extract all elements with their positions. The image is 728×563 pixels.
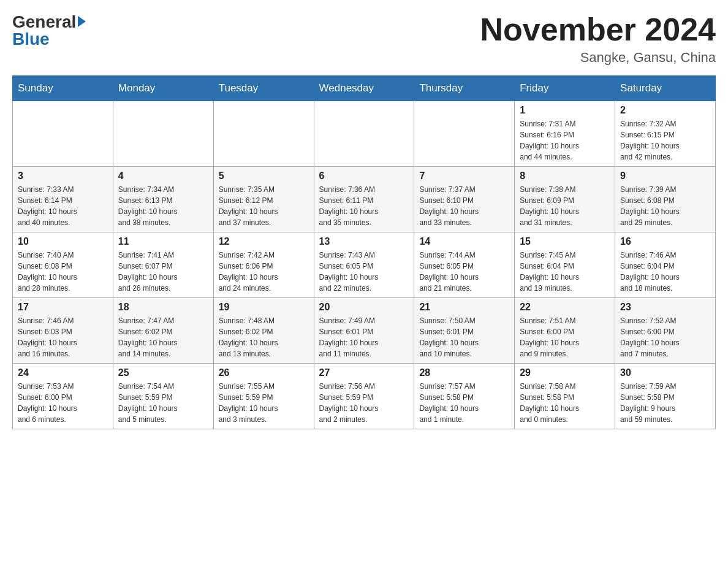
day-info: Sunrise: 7:54 AM Sunset: 5:59 PM Dayligh… [118,381,208,425]
day-info: Sunrise: 7:46 AM Sunset: 6:03 PM Dayligh… [18,315,108,359]
day-number: 30 [620,367,710,378]
calendar-cell: 11Sunrise: 7:41 AM Sunset: 6:07 PM Dayli… [113,232,213,298]
calendar-cell: 10Sunrise: 7:40 AM Sunset: 6:08 PM Dayli… [13,232,113,298]
day-number: 22 [520,302,610,313]
calendar-cell: 20Sunrise: 7:49 AM Sunset: 6:01 PM Dayli… [314,298,414,364]
day-number: 3 [18,170,108,182]
day-info: Sunrise: 7:38 AM Sunset: 6:09 PM Dayligh… [520,184,610,228]
day-number: 4 [118,170,208,182]
day-info: Sunrise: 7:51 AM Sunset: 6:00 PM Dayligh… [520,315,610,359]
day-info: Sunrise: 7:45 AM Sunset: 6:04 PM Dayligh… [520,250,610,294]
weekday-header-sunday: Sunday [13,76,113,101]
day-info: Sunrise: 7:57 AM Sunset: 5:58 PM Dayligh… [419,381,509,425]
week-row-4: 17Sunrise: 7:46 AM Sunset: 6:03 PM Dayli… [13,298,716,364]
day-info: Sunrise: 7:37 AM Sunset: 6:10 PM Dayligh… [419,184,509,228]
calendar-cell: 13Sunrise: 7:43 AM Sunset: 6:05 PM Dayli… [314,232,414,298]
day-info: Sunrise: 7:48 AM Sunset: 6:02 PM Dayligh… [219,315,309,359]
day-info: Sunrise: 7:33 AM Sunset: 6:14 PM Dayligh… [18,184,108,228]
calendar-cell: 8Sunrise: 7:38 AM Sunset: 6:09 PM Daylig… [515,167,615,232]
calendar-cell: 29Sunrise: 7:58 AM Sunset: 5:58 PM Dayli… [515,364,615,429]
day-number: 24 [18,367,108,378]
day-number: 2 [620,105,710,116]
day-info: Sunrise: 7:56 AM Sunset: 5:59 PM Dayligh… [319,381,409,425]
day-info: Sunrise: 7:53 AM Sunset: 6:00 PM Dayligh… [18,381,108,425]
calendar-cell: 9Sunrise: 7:39 AM Sunset: 6:08 PM Daylig… [615,167,716,232]
calendar-cell: 15Sunrise: 7:45 AM Sunset: 6:04 PM Dayli… [515,232,615,298]
calendar-cell: 6Sunrise: 7:36 AM Sunset: 6:11 PM Daylig… [314,167,414,232]
day-number: 1 [520,105,610,116]
day-info: Sunrise: 7:47 AM Sunset: 6:02 PM Dayligh… [118,315,208,359]
day-info: Sunrise: 7:40 AM Sunset: 6:08 PM Dayligh… [18,250,108,294]
day-number: 25 [118,367,208,378]
logo-arrow-icon [78,16,86,27]
calendar-cell: 12Sunrise: 7:42 AM Sunset: 6:06 PM Dayli… [213,232,314,298]
day-info: Sunrise: 7:35 AM Sunset: 6:12 PM Dayligh… [219,184,309,228]
day-info: Sunrise: 7:31 AM Sunset: 6:16 PM Dayligh… [520,118,610,163]
calendar-cell: 3Sunrise: 7:33 AM Sunset: 6:14 PM Daylig… [13,167,113,232]
day-number: 16 [620,236,710,247]
calendar-cell [13,101,113,167]
day-number: 6 [319,170,409,182]
calendar-cell [414,101,515,167]
calendar-cell [113,101,213,167]
calendar-cell: 4Sunrise: 7:34 AM Sunset: 6:13 PM Daylig… [113,167,213,232]
day-info: Sunrise: 7:34 AM Sunset: 6:13 PM Dayligh… [118,184,208,228]
day-info: Sunrise: 7:59 AM Sunset: 5:58 PM Dayligh… [620,381,710,425]
location-title: Sangke, Gansu, China [480,50,716,66]
day-number: 18 [118,302,208,313]
day-number: 9 [620,170,710,182]
calendar-cell: 16Sunrise: 7:46 AM Sunset: 6:04 PM Dayli… [615,232,716,298]
day-info: Sunrise: 7:55 AM Sunset: 5:59 PM Dayligh… [219,381,309,425]
calendar-table: SundayMondayTuesdayWednesdayThursdayFrid… [12,75,716,429]
day-info: Sunrise: 7:58 AM Sunset: 5:58 PM Dayligh… [520,381,610,425]
day-number: 23 [620,302,710,313]
day-info: Sunrise: 7:41 AM Sunset: 6:07 PM Dayligh… [118,250,208,294]
calendar-cell [314,101,414,167]
weekday-header-saturday: Saturday [615,76,716,101]
calendar-cell: 19Sunrise: 7:48 AM Sunset: 6:02 PM Dayli… [213,298,314,364]
day-info: Sunrise: 7:36 AM Sunset: 6:11 PM Dayligh… [319,184,409,228]
day-number: 19 [219,302,309,313]
day-info: Sunrise: 7:49 AM Sunset: 6:01 PM Dayligh… [319,315,409,359]
day-number: 11 [118,236,208,247]
weekday-header-thursday: Thursday [414,76,515,101]
week-row-1: 1Sunrise: 7:31 AM Sunset: 6:16 PM Daylig… [13,101,716,167]
calendar-cell: 14Sunrise: 7:44 AM Sunset: 6:05 PM Dayli… [414,232,515,298]
day-info: Sunrise: 7:43 AM Sunset: 6:05 PM Dayligh… [319,250,409,294]
weekday-header-friday: Friday [515,76,615,101]
day-number: 15 [520,236,610,247]
calendar-cell: 27Sunrise: 7:56 AM Sunset: 5:59 PM Dayli… [314,364,414,429]
weekday-header-monday: Monday [113,76,213,101]
day-info: Sunrise: 7:42 AM Sunset: 6:06 PM Dayligh… [219,250,309,294]
calendar-cell: 22Sunrise: 7:51 AM Sunset: 6:00 PM Dayli… [515,298,615,364]
week-row-5: 24Sunrise: 7:53 AM Sunset: 6:00 PM Dayli… [13,364,716,429]
calendar-cell: 23Sunrise: 7:52 AM Sunset: 6:00 PM Dayli… [615,298,716,364]
day-number: 10 [18,236,108,247]
calendar-cell: 26Sunrise: 7:55 AM Sunset: 5:59 PM Dayli… [213,364,314,429]
calendar-cell: 1Sunrise: 7:31 AM Sunset: 6:16 PM Daylig… [515,101,615,167]
calendar-cell: 21Sunrise: 7:50 AM Sunset: 6:01 PM Dayli… [414,298,515,364]
day-number: 14 [419,236,509,247]
day-info: Sunrise: 7:44 AM Sunset: 6:05 PM Dayligh… [419,250,509,294]
day-number: 5 [219,170,309,182]
calendar-cell: 30Sunrise: 7:59 AM Sunset: 5:58 PM Dayli… [615,364,716,429]
calendar-cell: 7Sunrise: 7:37 AM Sunset: 6:10 PM Daylig… [414,167,515,232]
weekday-header-tuesday: Tuesday [213,76,314,101]
calendar-cell: 2Sunrise: 7:32 AM Sunset: 6:15 PM Daylig… [615,101,716,167]
day-info: Sunrise: 7:52 AM Sunset: 6:00 PM Dayligh… [620,315,710,359]
calendar-cell: 17Sunrise: 7:46 AM Sunset: 6:03 PM Dayli… [13,298,113,364]
day-number: 7 [419,170,509,182]
calendar-cell: 5Sunrise: 7:35 AM Sunset: 6:12 PM Daylig… [213,167,314,232]
day-info: Sunrise: 7:46 AM Sunset: 6:04 PM Dayligh… [620,250,710,294]
logo-blue-text: Blue [12,29,86,49]
day-number: 29 [520,367,610,378]
calendar-cell: 18Sunrise: 7:47 AM Sunset: 6:02 PM Dayli… [113,298,213,364]
day-number: 21 [419,302,509,313]
calendar-cell: 25Sunrise: 7:54 AM Sunset: 5:59 PM Dayli… [113,364,213,429]
day-number: 28 [419,367,509,378]
day-number: 17 [18,302,108,313]
day-info: Sunrise: 7:32 AM Sunset: 6:15 PM Dayligh… [620,118,710,163]
week-row-2: 3Sunrise: 7:33 AM Sunset: 6:14 PM Daylig… [13,167,716,232]
week-row-3: 10Sunrise: 7:40 AM Sunset: 6:08 PM Dayli… [13,232,716,298]
day-info: Sunrise: 7:39 AM Sunset: 6:08 PM Dayligh… [620,184,710,228]
